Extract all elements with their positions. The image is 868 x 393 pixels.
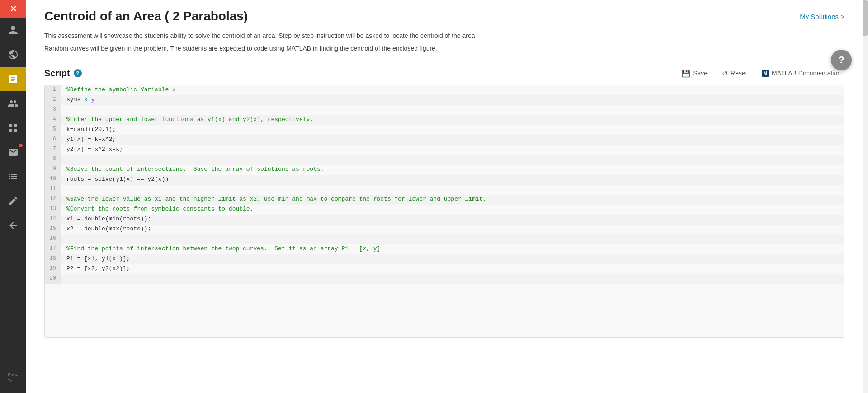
save-icon: 💾: [681, 69, 690, 78]
line-content-3: [61, 105, 844, 115]
script-label: Script: [44, 68, 70, 79]
description-2: Random curves will be given in the probl…: [44, 43, 844, 53]
code-editor[interactable]: 1 %Define the symbolic Variable x 2 syms…: [44, 85, 844, 338]
code-line-12: 12 %Save the lower value as x1 and the h…: [45, 195, 844, 205]
code-line-15: 15 x2 = double(max(roots));: [45, 225, 844, 234]
script-title: Script ?: [44, 68, 82, 79]
script-header: Script ? 💾 Save ↺ Reset M MATLAB Documen…: [44, 67, 844, 80]
help-float-button[interactable]: ?: [831, 50, 852, 70]
sidebar-bottom: Priv... Terr...: [0, 371, 26, 393]
line-num-6: 6: [45, 135, 61, 145]
scrollbar-thumb[interactable]: [863, 0, 868, 36]
header-row: Centroid of an Area ( 2 Parabolas) My So…: [44, 9, 844, 23]
save-button[interactable]: 💾 Save: [678, 67, 711, 80]
sidebar-item-edit[interactable]: [0, 189, 26, 213]
matlab-doc-label: MATLAB Documentation: [772, 70, 841, 77]
back-icon: [8, 220, 19, 231]
save-label: Save: [693, 70, 708, 77]
code-line-11: 11: [45, 185, 844, 195]
grid-icon: [8, 122, 19, 133]
line-content-1: %Define the symbolic Variable x: [61, 85, 844, 95]
my-solutions-link[interactable]: My Solutions >: [800, 13, 844, 20]
globe-icon: [8, 49, 19, 60]
code-line-8: 8: [45, 155, 844, 165]
edit-icon: [8, 196, 19, 206]
group-icon: [8, 98, 19, 109]
mail-icon: [8, 147, 19, 158]
line-content-10: roots = solve(y1(x) == y2(x)): [61, 175, 844, 185]
code-line-10: 10 roots = solve(y1(x) == y2(x)): [45, 175, 844, 185]
code-line-4: 4 %Enter the upper and lower functions a…: [45, 115, 844, 125]
sidebar-item-back[interactable]: [0, 213, 26, 238]
line-num-18: 18: [45, 254, 61, 264]
script-help-icon[interactable]: ?: [74, 69, 82, 77]
sidebar-item-globe[interactable]: [0, 42, 26, 67]
line-num-17: 17: [45, 244, 61, 254]
code-line-20: 20: [45, 274, 844, 284]
matlab-doc-button[interactable]: M MATLAB Documentation: [758, 68, 844, 79]
reset-button[interactable]: ↺ Reset: [718, 67, 751, 80]
user-icon: [8, 25, 19, 36]
line-num-10: 10: [45, 175, 61, 185]
code-line-18: 18 P1 = [x1, y1(x1)];: [45, 254, 844, 264]
line-num-12: 12: [45, 195, 61, 205]
line-num-8: 8: [45, 155, 61, 165]
reset-icon: ↺: [722, 69, 728, 78]
sidebar-item-user[interactable]: [0, 18, 26, 42]
sidebar-item-grid[interactable]: [0, 116, 26, 140]
sidebar-item-list[interactable]: [0, 164, 26, 189]
line-num-5: 5: [45, 125, 61, 135]
line-num-15: 15: [45, 225, 61, 234]
close-button[interactable]: ✕: [0, 0, 26, 18]
line-num-13: 13: [45, 205, 61, 215]
code-line-17: 17 %Find the points of intersection betw…: [45, 244, 844, 254]
code-line-3: 3: [45, 105, 844, 115]
sidebar-privacy-text: Priv...: [0, 371, 26, 378]
code-line-9: 9 %Solve the point of intersections. Sav…: [45, 165, 844, 175]
reset-label: Reset: [731, 70, 747, 77]
scrollbar[interactable]: [863, 0, 868, 393]
description-1: This assessment will showcase the studen…: [44, 31, 844, 41]
line-num-2: 2: [45, 95, 61, 105]
line-num-9: 9: [45, 165, 61, 175]
sidebar: ✕ Priv... Terr...: [0, 0, 26, 393]
line-content-2: syms x y: [61, 95, 844, 105]
page-title: Centroid of an Area ( 2 Parabolas): [44, 9, 248, 23]
line-num-16: 16: [45, 234, 61, 244]
line-num-20: 20: [45, 274, 61, 284]
line-num-7: 7: [45, 145, 61, 155]
line-content-18: P1 = [x1, y1(x1)];: [61, 254, 844, 264]
line-content-6: y1(x) = k-x^2;: [61, 135, 844, 145]
script-section: Script ? 💾 Save ↺ Reset M MATLAB Documen…: [44, 67, 844, 338]
sidebar-item-document[interactable]: [0, 67, 26, 91]
sidebar-terms-text: Terr...: [0, 378, 26, 384]
line-num-3: 3: [45, 105, 61, 115]
line-content-15: x2 = double(max(roots));: [61, 225, 844, 234]
code-line-5: 5 k=randi(20,1);: [45, 125, 844, 135]
line-content-11: [61, 185, 844, 195]
code-line-6: 6 y1(x) = k-x^2;: [45, 135, 844, 145]
line-content-8: [61, 155, 844, 165]
code-line-14: 14 x1 = double(min(roots));: [45, 215, 844, 225]
line-content-20: [61, 274, 844, 284]
line-content-14: x1 = double(min(roots));: [61, 215, 844, 225]
line-content-13: %Convert the roots from symbolic constan…: [61, 205, 844, 215]
line-num-19: 19: [45, 264, 61, 274]
line-content-19: P2 = [x2, y2(x2)];: [61, 264, 844, 274]
line-content-5: k=randi(20,1);: [61, 125, 844, 135]
code-line-16: 16: [45, 234, 844, 244]
line-content-9: %Solve the point of intersections. Save …: [61, 165, 844, 175]
code-line-19: 19 P2 = [x2, y2(x2)];: [45, 264, 844, 274]
code-line-2: 2 syms x y: [45, 95, 844, 105]
document-icon: [8, 74, 19, 84]
line-content-7: y2(x) = x^2+x-k;: [61, 145, 844, 155]
line-content-12: %Save the lower value as x1 and the high…: [61, 195, 844, 205]
list-icon: [8, 171, 19, 182]
sidebar-item-group[interactable]: [0, 91, 26, 116]
sidebar-item-mail[interactable]: [0, 140, 26, 164]
line-content-16: [61, 234, 844, 244]
script-actions: 💾 Save ↺ Reset M MATLAB Documentation: [678, 67, 844, 80]
line-content-17: %Find the points of intersection between…: [61, 244, 844, 254]
line-content-4: %Enter the upper and lower functions as …: [61, 115, 844, 125]
line-num-11: 11: [45, 185, 61, 195]
